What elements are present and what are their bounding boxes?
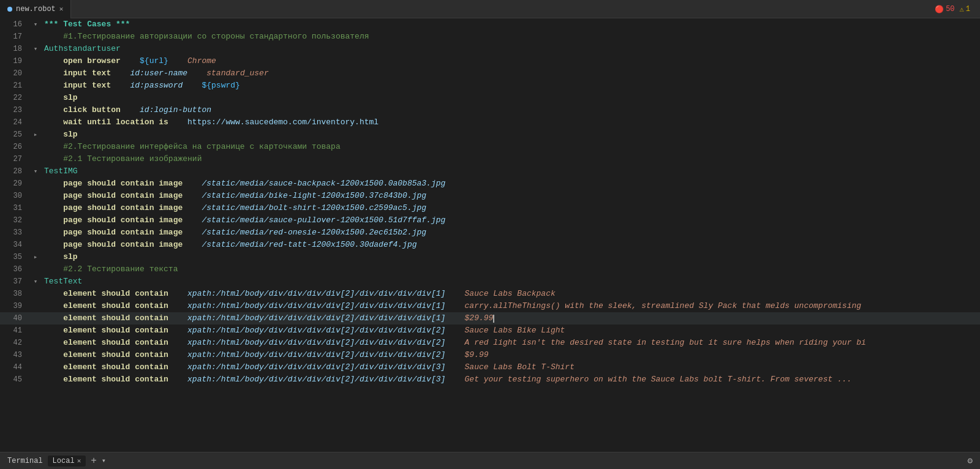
code-segment: xpath:/html/body/div/div/div/div[2]/div/…	[187, 326, 464, 335]
code-segment: A red light isn't the desired state in t…	[465, 338, 866, 347]
line-number: 20	[0, 67, 29, 80]
code-segment: ${url}	[140, 56, 168, 66]
line-number: 39	[0, 300, 29, 312]
line-number: 34	[0, 239, 29, 251]
table-row: 22 slp	[0, 92, 980, 104]
table-row: 40 element should contain xpath:/html/bo…	[0, 312, 980, 325]
table-row: 37▾TestText	[0, 276, 980, 288]
line-number: 43	[0, 349, 29, 361]
line-content: slp	[42, 92, 980, 104]
code-segment: #2.Тестирование интерфейса на странице с…	[44, 142, 341, 151]
code-segment: xpath:/html/body/div/div/div/div[2]/div/…	[187, 350, 464, 359]
line-content: slp	[42, 251, 980, 263]
code-segment: #2.2 Тестирование текста	[44, 265, 178, 274]
line-number: 27	[0, 153, 29, 165]
line-content: input text id:password ${pswrd}	[42, 80, 980, 92]
table-row: 33 page should contain image /static/med…	[0, 227, 980, 239]
table-row: 19 open browser ${url} Chrome	[0, 55, 980, 67]
code-segment: slp	[44, 130, 78, 139]
code-segment: page should contain image	[44, 228, 202, 237]
code-segment: input text	[44, 69, 130, 78]
terminal-close-icon[interactable]: ✕	[77, 457, 81, 465]
code-segment: xpath:/html/body/div/div/div/div[2]/div/…	[187, 362, 464, 372]
line-content: #1.Тестирование авторизации со стороны с…	[42, 31, 980, 43]
code-segment: Sauce Labs Backpack	[465, 289, 556, 298]
line-content: page should contain image /static/media/…	[42, 214, 980, 227]
collapse-icon[interactable]: ▸	[29, 129, 42, 141]
line-number: 22	[0, 92, 29, 104]
table-row: 26 #2.Тестирование интерфейса на страниц…	[0, 141, 980, 153]
line-content: page should contain image /static/media/…	[42, 190, 980, 202]
table-row: 21 input text id:password ${pswrd}	[0, 80, 980, 92]
status-indicators: 🔴 50 ⚠ 1	[935, 0, 980, 18]
code-segment: Sauce Labs Bolt T-Shirt	[465, 362, 575, 372]
terminal-bar: Terminal Local ✕ + ▾ ⚙	[0, 452, 980, 469]
line-number: 31	[0, 202, 29, 214]
table-row: 44 element should contain xpath:/html/bo…	[0, 361, 980, 373]
code-segment: page should contain image	[44, 191, 202, 200]
code-segment: https://www.saucedemo.com/inventory.html	[187, 118, 379, 127]
line-number: 35	[0, 251, 29, 263]
collapse-icon[interactable]: ▸	[29, 251, 42, 263]
table-row: 27 #2.1 Тестирование изображений	[0, 153, 980, 165]
code-segment: /static/media/red-onesie-1200x1500.2ec61…	[202, 228, 426, 237]
warning-icon: ⚠	[960, 5, 964, 14]
table-row: 28▾TestIMG	[0, 165, 980, 178]
code-segment: Sauce Labs Bike Light	[465, 326, 565, 335]
terminal-chevron-icon[interactable]: ▾	[102, 456, 106, 465]
line-content: element should contain xpath:/html/body/…	[42, 349, 980, 361]
line-number: 33	[0, 227, 29, 239]
table-row: 18▾Authstandartuser	[0, 43, 980, 55]
line-content: click button id:login-button	[42, 104, 980, 116]
table-row: 36 #2.2 Тестирование текста	[0, 263, 980, 276]
line-content: element should contain xpath:/html/body/…	[42, 312, 980, 325]
code-segment: page should contain image	[44, 203, 202, 212]
collapse-icon[interactable]: ▾	[29, 276, 42, 288]
code-segment: id:password	[130, 81, 183, 90]
collapse-icon[interactable]: ▾	[29, 165, 42, 178]
code-segment: Chrome	[168, 56, 216, 66]
tab-close-icon[interactable]: ✕	[59, 5, 64, 13]
table-row: 17 #1.Тестирование авторизации со сторон…	[0, 31, 980, 43]
code-segment: standard_user	[187, 69, 269, 78]
line-content: wait until location is https://www.sauce…	[42, 116, 980, 129]
line-content: *** Test Cases ***	[42, 18, 980, 31]
code-segment: xpath:/html/body/div/div/div/div[2]/div/…	[187, 375, 464, 384]
line-content: #2.Тестирование интерфейса на странице с…	[42, 141, 980, 153]
code-segment: slp	[44, 93, 78, 102]
line-content: element should contain xpath:/html/body/…	[42, 337, 980, 349]
terminal-tab-local[interactable]: Local ✕	[48, 456, 86, 467]
code-segment: element should contain	[44, 326, 187, 335]
line-number: 16	[0, 18, 29, 31]
collapse-icon[interactable]: ▾	[29, 43, 42, 55]
code-segment: page should contain image	[44, 240, 202, 249]
error-badge: 🔴 50	[935, 5, 954, 14]
terminal-add-icon[interactable]: +	[91, 456, 97, 467]
code-segment: id:login-button	[140, 105, 211, 114]
code-segment: TestText	[44, 277, 82, 286]
tab-dot	[7, 7, 12, 12]
table-row: 43 element should contain xpath:/html/bo…	[0, 349, 980, 361]
code-segment: $9.99	[465, 350, 489, 359]
line-content: #2.1 Тестирование изображений	[42, 153, 980, 165]
tab-filename: new.robot	[16, 5, 56, 13]
line-content: element should contain xpath:/html/body/…	[42, 373, 980, 386]
table-row: 45 element should contain xpath:/html/bo…	[0, 373, 980, 386]
line-content: #2.2 Тестирование текста	[42, 263, 980, 276]
code-segment: #1.Тестирование авторизации со стороны с…	[44, 32, 369, 41]
line-content: page should contain image /static/media/…	[42, 178, 980, 190]
code-segment: click button	[44, 105, 140, 114]
file-tab[interactable]: new.robot ✕	[0, 0, 71, 18]
line-number: 36	[0, 263, 29, 276]
code-segment: element should contain	[44, 362, 187, 372]
collapse-icon[interactable]: ▾	[29, 18, 42, 31]
code-segment: element should contain	[44, 338, 187, 347]
code-segment: page should contain image	[44, 216, 202, 225]
gear-icon[interactable]: ⚙	[968, 456, 973, 466]
line-content: page should contain image /static/media/…	[42, 239, 980, 251]
line-number: 42	[0, 337, 29, 349]
terminal-tab-label: Local	[53, 457, 75, 465]
line-content: Authstandartuser	[42, 43, 980, 55]
line-content: TestIMG	[42, 165, 980, 178]
code-segment: /static/media/sauce-backpack-1200x1500.0…	[202, 179, 445, 188]
